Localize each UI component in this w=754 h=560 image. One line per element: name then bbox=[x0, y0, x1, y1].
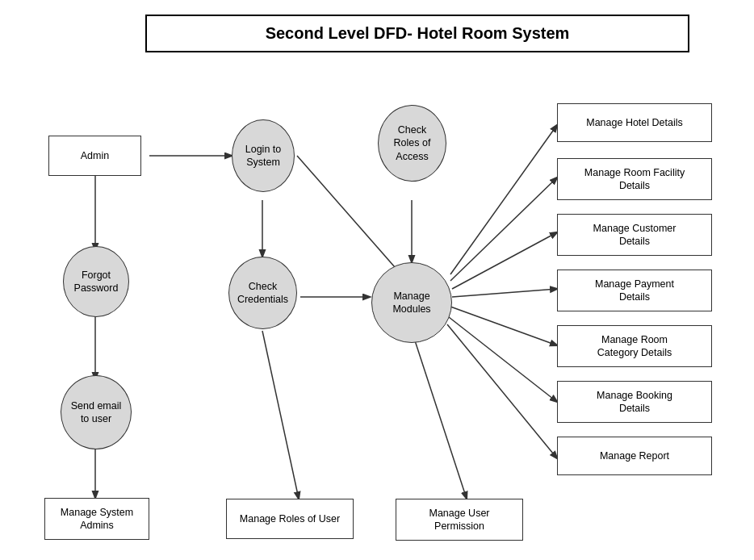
send-email-node: Send email to user bbox=[61, 375, 132, 449]
check-credentials-node: Check Credentials bbox=[228, 257, 297, 329]
manage-room-category-node: Manage Room Category Details bbox=[557, 325, 712, 367]
login-node: Login to System bbox=[232, 119, 295, 192]
svg-line-13 bbox=[452, 289, 557, 297]
svg-line-12 bbox=[452, 232, 557, 289]
manage-report-node: Manage Report bbox=[557, 437, 712, 475]
manage-system-admins-node: Manage System Admins bbox=[44, 498, 149, 540]
check-roles-node: Check Roles of Access bbox=[378, 105, 446, 182]
svg-line-10 bbox=[450, 125, 557, 274]
svg-line-11 bbox=[450, 178, 557, 281]
manage-customer-node: Manage Customer Details bbox=[557, 214, 712, 256]
admin-node: Admin bbox=[48, 136, 141, 176]
manage-room-facility-node: Manage Room Facility Details bbox=[557, 158, 712, 200]
svg-line-14 bbox=[450, 307, 557, 345]
svg-line-9 bbox=[412, 331, 467, 499]
svg-line-15 bbox=[449, 317, 557, 402]
manage-modules-node: Manage Modules bbox=[371, 262, 452, 343]
svg-line-16 bbox=[447, 324, 557, 458]
diagram-title: Second Level DFD- Hotel Room System bbox=[145, 15, 689, 52]
forgot-password-node: Forgot Password bbox=[63, 246, 129, 317]
diagram-container: Second Level DFD- Hotel Room System bbox=[0, 0, 754, 560]
manage-payment-node: Manage Payment Details bbox=[557, 270, 712, 311]
manage-hotel-details-node: Manage Hotel Details bbox=[557, 103, 712, 142]
svg-line-6 bbox=[262, 331, 299, 499]
manage-roles-node: Manage Roles of User bbox=[226, 499, 354, 539]
manage-user-permission-node: Manage User Permission bbox=[396, 499, 523, 541]
manage-booking-node: Manage Booking Details bbox=[557, 381, 712, 423]
